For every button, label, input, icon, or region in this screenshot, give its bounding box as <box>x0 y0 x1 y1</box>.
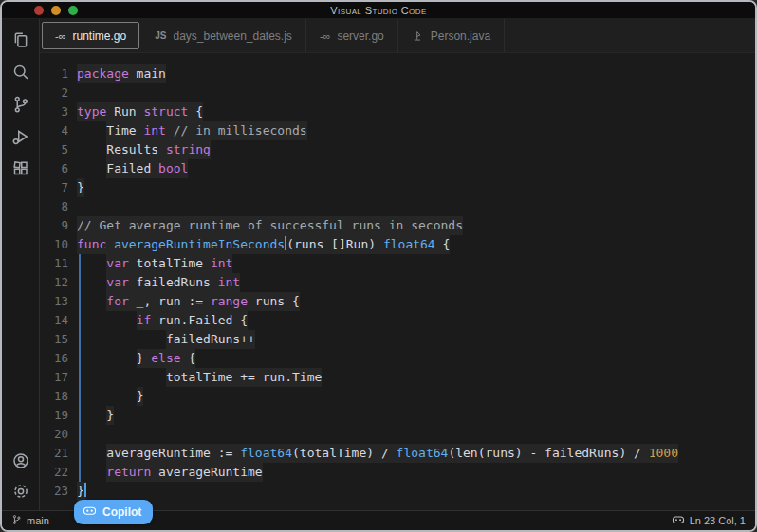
maximize-button[interactable] <box>68 6 78 15</box>
line-number: 18 <box>40 387 68 406</box>
line-number: 15 <box>40 330 68 349</box>
account-icon[interactable] <box>9 449 32 472</box>
code-line[interactable]: 6 Failed bool <box>40 159 755 178</box>
line-number: 19 <box>40 406 68 425</box>
line-number: 22 <box>40 463 68 482</box>
copilot-badge[interactable]: Copilot <box>74 500 153 524</box>
cursor-position-indicator[interactable]: Ln 23 Col, 1 <box>672 514 746 527</box>
js-file-icon: JS <box>155 30 166 41</box>
settings-icon[interactable] <box>9 480 32 503</box>
code-line[interactable]: 21 averageRuntime := float64(totalTime) … <box>40 444 755 463</box>
source-control-icon[interactable] <box>9 93 32 116</box>
tab-label: runtime.go <box>73 29 127 43</box>
explorer-icon[interactable] <box>9 28 32 51</box>
java-file-icon <box>412 29 424 43</box>
copilot-status-icon <box>672 514 685 527</box>
line-number: 4 <box>40 121 68 140</box>
activity-bar <box>2 19 40 510</box>
code-line[interactable]: 19 } <box>40 406 755 425</box>
git-branch-indicator[interactable]: main <box>11 514 49 527</box>
tab-runtime.go[interactable]: -∞runtime.go <box>42 22 139 49</box>
cursor-position-label: Ln 23 Col, 1 <box>690 515 746 526</box>
tab-server.go[interactable]: -∞server.go <box>306 19 398 52</box>
line-number: 16 <box>40 349 68 368</box>
code-line[interactable]: 14 if run.Failed { <box>40 311 755 330</box>
code-line[interactable]: 22 return averageRuntime <box>40 463 755 482</box>
code-line[interactable]: 16 } else { <box>40 349 755 368</box>
code-line[interactable]: 8 <box>40 197 755 216</box>
tab-Person.java[interactable]: Person.java <box>398 19 505 52</box>
code-line[interactable]: 15 failedRuns++ <box>40 330 755 349</box>
code-line[interactable]: 10func averageRuntimeInSeconds(runs []Ru… <box>40 235 755 254</box>
code-line[interactable]: 17 totalTime += run.Time <box>40 368 755 387</box>
line-number: 21 <box>40 444 68 463</box>
vscode-window: Visual Studio Code -∞runtime.goJSdays_be… <box>0 0 757 532</box>
code-editor[interactable]: 1package main23type Run struct {4 Time i… <box>40 53 755 510</box>
tab-days_between_dates.js[interactable]: JSdays_between_dates.js <box>141 19 306 52</box>
code-line[interactable]: 5 Results string <box>40 140 755 159</box>
active-indent-guide <box>79 254 81 482</box>
git-branch-icon <box>11 514 22 527</box>
line-number: 14 <box>40 311 68 330</box>
line-number: 1 <box>40 64 68 83</box>
code-line[interactable]: 7} <box>40 178 755 197</box>
extensions-icon[interactable] <box>9 157 32 180</box>
copilot-label: Copilot <box>102 505 141 519</box>
line-number: 6 <box>40 159 68 178</box>
code-line[interactable]: 2 <box>40 83 755 102</box>
line-number: 7 <box>40 178 68 197</box>
go-file-icon: -∞ <box>55 30 66 42</box>
run-debug-icon[interactable] <box>9 125 32 148</box>
minimize-button[interactable] <box>51 6 61 15</box>
line-number: 12 <box>40 273 68 292</box>
code-line[interactable]: 23} <box>40 482 755 501</box>
line-number: 8 <box>40 197 68 216</box>
code-line[interactable]: 3type Run struct { <box>40 102 755 121</box>
code-line[interactable]: 1package main <box>40 64 755 83</box>
tab-label: Person.java <box>431 29 490 43</box>
line-number: 2 <box>40 83 68 102</box>
close-button[interactable] <box>34 6 44 15</box>
line-number: 20 <box>40 425 68 444</box>
title-bar: Visual Studio Code <box>2 2 755 19</box>
code-line[interactable]: 13 for _, run := range runs { <box>40 292 755 311</box>
line-number: 17 <box>40 368 68 387</box>
search-icon[interactable] <box>9 61 32 83</box>
line-number: 3 <box>40 102 68 121</box>
line-number: 23 <box>40 482 68 501</box>
line-number: 11 <box>40 254 68 273</box>
copilot-icon <box>83 504 97 520</box>
line-number: 5 <box>40 140 68 159</box>
code-line[interactable]: 4 Time int // in milliseconds <box>40 121 755 140</box>
traffic-lights <box>34 6 78 15</box>
code-line[interactable]: 11 var totalTime int <box>40 254 755 273</box>
text-cursor <box>84 483 86 497</box>
go-file-icon: -∞ <box>320 30 331 42</box>
tab-bar: -∞runtime.goJSdays_between_dates.js-∞ser… <box>40 19 755 53</box>
line-number: 13 <box>40 292 68 311</box>
code-line[interactable]: 12 var failedRuns int <box>40 273 755 292</box>
code-line[interactable]: 18 } <box>40 387 755 406</box>
code-line[interactable]: 9// Get average runtime of successful ru… <box>40 216 755 235</box>
code-line[interactable]: 20 <box>40 425 755 444</box>
tab-label: days_between_dates.js <box>173 29 291 43</box>
git-branch-label: main <box>27 515 49 526</box>
window-title: Visual Studio Code <box>330 5 426 16</box>
line-number: 10 <box>40 235 68 254</box>
tab-label: server.go <box>337 29 383 43</box>
line-number: 9 <box>40 216 68 235</box>
